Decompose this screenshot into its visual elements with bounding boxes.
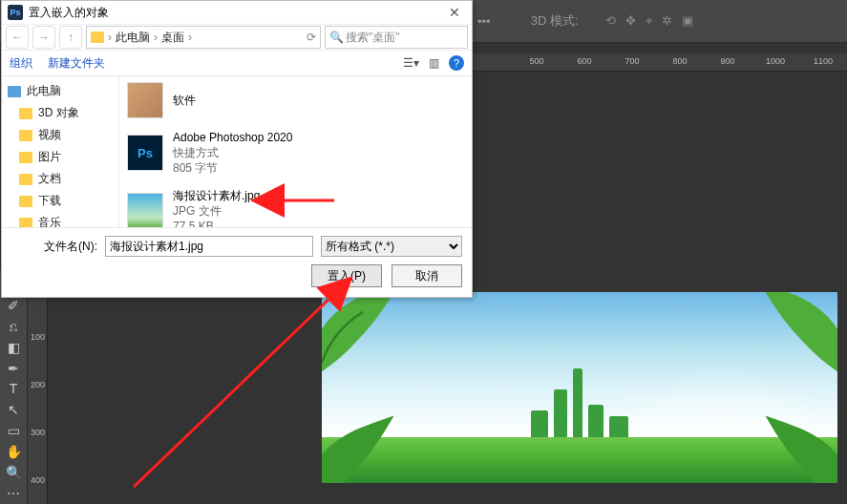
dialog-toolbar: 组织 新建文件夹 ☰▾ ▥ ? bbox=[2, 51, 472, 76]
pan-icon[interactable]: ✥ bbox=[625, 13, 636, 29]
file-name: 软件 bbox=[173, 93, 196, 108]
folder-icon bbox=[19, 108, 32, 119]
nav-item[interactable]: 音乐 bbox=[2, 212, 118, 227]
nav-fwd-icon[interactable]: → bbox=[32, 26, 55, 49]
file-sub2: 77.5 KB bbox=[173, 219, 260, 227]
ruler-tick: 800 bbox=[672, 56, 687, 66]
file-meta: 海报设计素材.jpgJPG 文件77.5 KB bbox=[173, 188, 260, 227]
place-button[interactable]: 置入(P) bbox=[311, 264, 382, 287]
path-tool-icon[interactable]: ↖ bbox=[4, 401, 23, 418]
nav-back-icon[interactable]: ← bbox=[6, 26, 29, 49]
canvas-image bbox=[322, 292, 837, 483]
tool-panel: ✎ ✐ ⎌ ◧ ✒ T ↖ ▭ ✋ 🔍 ⋯ bbox=[0, 270, 28, 504]
file-thumb bbox=[127, 82, 163, 118]
nav-item[interactable]: 下载 bbox=[2, 190, 118, 212]
nav-up-icon[interactable]: ↑ bbox=[59, 26, 82, 49]
preview-pane-icon[interactable]: ▥ bbox=[429, 56, 439, 70]
file-sub1: 快捷方式 bbox=[173, 145, 292, 160]
search-input[interactable]: 🔍 搜索"桌面" bbox=[325, 26, 468, 49]
search-placeholder-text: 搜索"桌面" bbox=[346, 30, 400, 46]
type-tool-icon[interactable]: T bbox=[4, 381, 23, 398]
vruler-tick: 100 bbox=[31, 332, 45, 342]
place-embedded-dialog: Ps 置入嵌入的对象 ✕ ← → ↑ › 此电脑 › 桌面 › ⟳ 🔍 搜索"桌… bbox=[1, 0, 473, 298]
dialog-nav-row: ← → ↑ › 此电脑 › 桌面 › ⟳ 🔍 搜索"桌面" bbox=[2, 24, 472, 51]
chevron-right-icon: › bbox=[154, 31, 158, 44]
file-sub1: JPG 文件 bbox=[173, 203, 260, 219]
nav-label: 图片 bbox=[38, 149, 61, 165]
nav-label: 文档 bbox=[38, 171, 61, 187]
filename-label: 文件名(N): bbox=[11, 239, 97, 255]
dialog-bottom: 文件名(N): 所有格式 (*.*) 置入(P) 取消 bbox=[2, 227, 472, 297]
nav-item[interactable]: 视频 bbox=[2, 124, 118, 146]
folder-icon bbox=[19, 152, 32, 163]
nav-item[interactable]: 文档 bbox=[2, 168, 118, 190]
nav-this-pc[interactable]: 此电脑 bbox=[2, 80, 118, 102]
hand-tool-icon[interactable]: ✋ bbox=[4, 443, 23, 460]
folder-icon bbox=[19, 174, 32, 185]
nav-item[interactable]: 图片 bbox=[2, 146, 118, 168]
three-d-mode-label: 3D 模式: bbox=[531, 12, 579, 30]
file-row[interactable]: 海报设计素材.jpgJPG 文件77.5 KB bbox=[119, 182, 472, 227]
filename-input[interactable] bbox=[105, 236, 313, 257]
vruler-tick: 200 bbox=[31, 380, 45, 389]
file-meta: Adobe Photoshop 2020快捷方式805 字节 bbox=[173, 130, 292, 177]
brush-tool-icon[interactable]: ✐ bbox=[4, 297, 23, 314]
share-icon[interactable]: ••• bbox=[477, 14, 491, 29]
nav-label: 视频 bbox=[38, 127, 61, 143]
nav-label: 此电脑 bbox=[27, 83, 61, 99]
vruler-tick: 300 bbox=[31, 428, 45, 437]
folder-icon bbox=[19, 130, 32, 141]
filetype-select[interactable]: 所有格式 (*.*) bbox=[321, 236, 462, 257]
ps-app-icon: Ps bbox=[8, 5, 23, 20]
file-row[interactable]: 软件 bbox=[119, 76, 472, 124]
folder-icon bbox=[91, 32, 104, 43]
pc-icon bbox=[8, 86, 21, 97]
nav-label: 音乐 bbox=[38, 215, 61, 227]
camera-icon[interactable]: ▣ bbox=[682, 13, 693, 29]
file-meta: 软件 bbox=[173, 93, 196, 108]
dialog-titlebar: Ps 置入嵌入的对象 ✕ bbox=[2, 1, 472, 24]
file-row[interactable]: PsAdobe Photoshop 2020快捷方式805 字节 bbox=[119, 124, 472, 182]
zoom-icon[interactable]: ⌖ bbox=[646, 13, 652, 29]
cancel-button[interactable]: 取消 bbox=[392, 264, 462, 287]
folder-icon bbox=[19, 218, 32, 228]
chevron-right-icon: › bbox=[108, 31, 112, 44]
close-icon[interactable]: ✕ bbox=[443, 5, 466, 20]
help-icon[interactable]: ? bbox=[449, 55, 464, 71]
file-thumb bbox=[127, 193, 163, 227]
more-tools-icon[interactable]: ⋯ bbox=[4, 485, 23, 502]
vertical-ruler: 100200300400 bbox=[28, 270, 48, 504]
clone-tool-icon[interactable]: ⎌ bbox=[4, 318, 23, 335]
refresh-icon[interactable]: ⟳ bbox=[307, 31, 316, 44]
ruler-tick: 1000 bbox=[766, 56, 785, 66]
breadcrumb-root[interactable]: 此电脑 bbox=[116, 30, 150, 46]
file-thumb: Ps bbox=[127, 135, 163, 171]
organize-menu[interactable]: 组织 bbox=[10, 55, 32, 72]
nav-item[interactable]: 3D 对象 bbox=[2, 102, 118, 124]
vruler-tick: 400 bbox=[31, 475, 45, 485]
nav-pane: 此电脑 3D 对象视频图片文档下载音乐桌面 Win10 (C:) bbox=[2, 76, 119, 227]
ruler-tick: 700 bbox=[625, 56, 639, 66]
file-list: 软件PsAdobe Photoshop 2020快捷方式805 字节海报设计素材… bbox=[119, 76, 472, 227]
nav-label: 下载 bbox=[38, 193, 61, 209]
view-mode-icon[interactable]: ☰▾ bbox=[403, 56, 419, 70]
new-folder-button[interactable]: 新建文件夹 bbox=[48, 55, 105, 72]
orbit-icon[interactable]: ⟲ bbox=[605, 13, 616, 29]
search-icon: 🔍 bbox=[329, 31, 344, 44]
nav-label: 3D 对象 bbox=[38, 105, 79, 121]
breadcrumb-folder[interactable]: 桌面 bbox=[161, 30, 184, 46]
zoom-tool-icon[interactable]: 🔍 bbox=[4, 464, 23, 481]
address-bar[interactable]: › 此电脑 › 桌面 › ⟳ bbox=[86, 26, 321, 49]
ruler-tick: 900 bbox=[720, 56, 734, 66]
light-icon[interactable]: ✲ bbox=[662, 13, 672, 29]
file-sub2: 805 字节 bbox=[173, 160, 292, 176]
ruler-tick: 600 bbox=[577, 56, 591, 66]
file-name: 海报设计素材.jpg bbox=[173, 188, 260, 203]
folder-icon bbox=[19, 196, 32, 207]
gradient-tool-icon[interactable]: ◧ bbox=[4, 339, 23, 356]
ruler-tick: 1100 bbox=[814, 56, 833, 66]
ruler-tick: 500 bbox=[529, 56, 543, 66]
shape-tool-icon[interactable]: ▭ bbox=[4, 422, 23, 439]
file-name: Adobe Photoshop 2020 bbox=[173, 130, 292, 145]
pen-tool-icon[interactable]: ✒ bbox=[4, 360, 23, 377]
